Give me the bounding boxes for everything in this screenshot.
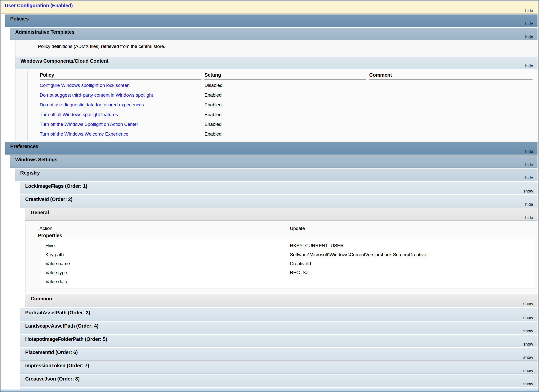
admx-central-store-note: Policy definitions (ADMX files) retrieve… xyxy=(15,40,538,49)
registry-item-title: CreativeId (Order: 2) xyxy=(20,195,72,202)
table-row: Do not suggest third-party content in Wi… xyxy=(40,90,204,100)
section-header-common: Common show xyxy=(25,294,538,307)
setting-value: Enabled xyxy=(204,119,369,129)
table-row: Turn off the Windows Spotlight on Action… xyxy=(40,119,204,129)
toggle-administrative-templates[interactable]: hide xyxy=(525,35,533,40)
toggle-impressiontoken[interactable]: show xyxy=(523,368,533,373)
toggle-registry[interactable]: hide xyxy=(525,176,533,181)
property-value: HKEY_CURRENT_USER xyxy=(290,241,344,250)
toggle-preferences[interactable]: hide xyxy=(525,149,533,154)
section-header-windows-settings: Windows Settings hide xyxy=(10,155,538,168)
registry-item-portraitassetpath: PortraitAssetPath (Order: 3) show xyxy=(20,308,538,321)
gp-report: User Configuration (Enabled) hide Polici… xyxy=(0,0,539,392)
property-row: Key path Software\Microsoft\Windows\Curr… xyxy=(41,250,535,259)
comment-value xyxy=(369,109,536,119)
comment-value xyxy=(369,90,536,100)
property-row: Value data xyxy=(41,277,535,286)
action-label: Action xyxy=(25,226,52,231)
cloud-content-title: Windows Components/Cloud Content xyxy=(15,57,108,64)
toggle-creativejson[interactable]: show xyxy=(523,382,533,387)
table-row: Turn off all Windows spotlight features xyxy=(40,109,204,119)
toggle-general[interactable]: hide xyxy=(525,215,533,220)
toggle-lockimageflags[interactable]: show xyxy=(523,189,533,194)
section-header-user-configuration: User Configuration (Enabled) hide xyxy=(1,1,538,14)
toggle-user-configuration[interactable]: hide xyxy=(525,8,533,13)
common-title: Common xyxy=(25,294,52,302)
table-row: Configure Windows spotlight on lock scre… xyxy=(40,80,204,90)
windows-settings-title: Windows Settings xyxy=(10,155,57,163)
table-row: Turn off the Windows Welcome Experience xyxy=(40,129,204,139)
toggle-policies[interactable]: hide xyxy=(525,21,533,26)
policy-link[interactable]: Configure Windows spotlight on lock scre… xyxy=(40,83,130,88)
registry-item-impressiontoken: ImpressionToken (Order: 7) show xyxy=(20,361,538,374)
table-row: Do not use diagnostic data for tailored … xyxy=(40,100,204,109)
registry-item-title: ImpressionToken (Order: 7) xyxy=(20,361,89,369)
section-header-administrative-templates: Administrative Templates hide xyxy=(10,28,538,40)
toggle-cloud-content[interactable]: hide xyxy=(525,64,533,69)
toggle-windows-settings[interactable]: hide xyxy=(525,162,533,167)
registry-item-landscapeassetpath: LandscapeAssetPath (Order: 4) show xyxy=(20,322,538,334)
preferences-title: Preferences xyxy=(5,142,38,149)
comment-value xyxy=(369,100,536,109)
toggle-common[interactable]: show xyxy=(523,301,533,306)
toggle-landscapeassetpath[interactable]: show xyxy=(523,329,533,334)
registry-item-title: LandscapeAssetPath (Order: 4) xyxy=(20,322,98,329)
policy-link[interactable]: Do not use diagnostic data for tailored … xyxy=(40,102,144,107)
setting-value: Enabled xyxy=(204,100,369,109)
general-detail: Action Update Properties Hive HKEY_CURRE… xyxy=(25,221,538,293)
policy-link[interactable]: Turn off the Windows Spotlight on Action… xyxy=(40,122,138,127)
property-label: Value data xyxy=(41,279,67,284)
properties-label: Properties xyxy=(25,233,538,238)
section-header-preferences: Preferences hide xyxy=(5,142,538,155)
registry-item-title: CreativeJson (Order: 8) xyxy=(20,375,80,382)
registry-item-title: LockImageFlags (Order: 1) xyxy=(20,182,87,189)
comment-value xyxy=(369,119,536,129)
toggle-creativeid[interactable]: hide xyxy=(525,202,533,207)
policy-table: Policy Setting Comment Configure Windows… xyxy=(27,71,536,141)
column-header-policy: Policy xyxy=(40,71,201,80)
policies-title: Policies xyxy=(5,14,29,22)
comment-value xyxy=(369,80,536,90)
registry-item-lockimageflags: LockImageFlags (Order: 1) show xyxy=(20,182,538,194)
registry-item-hotspotimagefolderpath: HotspotImageFolderPath (Order: 5) show xyxy=(20,335,538,347)
action-value: Update xyxy=(290,226,305,231)
bottom-edge-strip xyxy=(0,390,539,392)
action-row: Action Update xyxy=(25,226,538,231)
registry-item-title: PlacementId (Order: 6) xyxy=(20,348,78,355)
section-header-general: General hide xyxy=(25,208,538,221)
property-row: Hive HKEY_CURRENT_USER xyxy=(41,241,535,250)
policy-link[interactable]: Turn off all Windows spotlight features xyxy=(40,112,118,117)
policy-link[interactable]: Turn off the Windows Welcome Experience xyxy=(40,131,128,137)
registry-item-creativeid: CreativeId (Order: 2) hide xyxy=(20,195,538,207)
column-header-comment: Comment xyxy=(369,71,533,80)
registry-item-title: PortraitAssetPath (Order: 3) xyxy=(20,308,90,316)
comment-value xyxy=(369,129,536,139)
property-label: Value type xyxy=(41,270,67,275)
setting-value: Enabled xyxy=(204,90,369,100)
setting-value: Disabled xyxy=(204,80,369,90)
toggle-placementid[interactable]: show xyxy=(523,355,533,360)
registry-item-placementid: PlacementId (Order: 6) show xyxy=(20,348,538,361)
registry-item-creativejson: CreativeJson (Order: 8) show xyxy=(20,375,538,387)
toggle-hotspotimagefolderpath[interactable]: show xyxy=(523,342,533,347)
user-configuration-title: User Configuration (Enabled) xyxy=(1,1,73,8)
property-label: Key path xyxy=(41,252,64,257)
property-value: CreativeId xyxy=(290,259,311,268)
property-label: Value name xyxy=(41,261,70,266)
section-header-registry: Registry hide xyxy=(15,169,538,181)
administrative-templates-title: Administrative Templates xyxy=(10,28,74,35)
property-label: Hive xyxy=(41,243,55,248)
property-value: REG_SZ xyxy=(290,268,309,277)
property-row: Value name CreativeId xyxy=(41,259,535,268)
general-title: General xyxy=(25,208,49,215)
section-header-policies: Policies hide xyxy=(5,14,538,27)
registry-item-title: HotspotImageFolderPath (Order: 5) xyxy=(20,335,107,342)
registry-title: Registry xyxy=(15,169,40,176)
property-row: Value type REG_SZ xyxy=(41,268,535,277)
setting-value: Enabled xyxy=(204,129,369,139)
properties-box: Hive HKEY_CURRENT_USER Key path Software… xyxy=(41,240,535,288)
setting-value: Enabled xyxy=(204,109,369,119)
toggle-portraitassetpath[interactable]: show xyxy=(523,315,533,320)
column-header-setting: Setting xyxy=(204,71,366,80)
policy-link[interactable]: Do not suggest third-party content in Wi… xyxy=(40,92,153,98)
